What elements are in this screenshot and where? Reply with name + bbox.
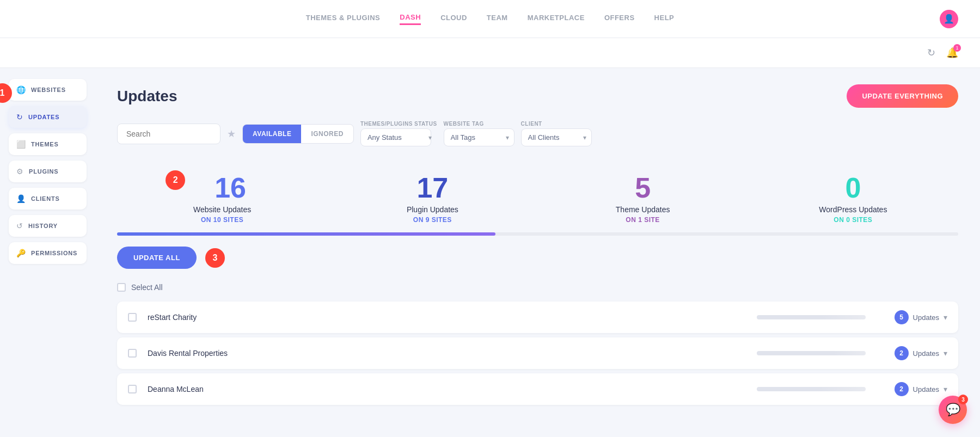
nav-link-help[interactable]: HELP (654, 14, 675, 24)
status-select[interactable]: Any Status Active Inactive (360, 128, 431, 146)
wordpress-updates-label: WordPress Updates (754, 205, 953, 214)
sub-toolbar: ↻ 🔔 1 (0, 38, 980, 68)
select-all-row: Select All (117, 278, 958, 297)
client-select[interactable]: All Clients (521, 128, 592, 146)
sidebar-label-themes: THEMES (31, 141, 59, 147)
site-row-1: Davis Rental Properties 2 Updates ▾ (117, 337, 958, 369)
sidebar-item-websites[interactable]: 🌐 WEBSITES (9, 79, 87, 101)
updates-badge-2: 2 (895, 382, 909, 396)
update-everything-button[interactable]: UPDATE EVERYTHING (847, 84, 958, 108)
stat-theme-updates: 5 Theme Updates ON 1 SITE (538, 163, 748, 232)
updates-label-2: Updates (913, 385, 939, 393)
chat-badge: 3 (958, 395, 968, 404)
tab-ignored[interactable]: IGNORED (301, 125, 353, 143)
main-content: Updates UPDATE EVERYTHING ★ AVAILABLE IG… (95, 68, 980, 437)
updates-label-0: Updates (913, 313, 939, 322)
plugin-updates-number: 17 (333, 174, 532, 202)
wordpress-updates-number: 0 (754, 174, 953, 202)
nav-link-marketplace[interactable]: MARKETPLACE (528, 14, 585, 24)
main-layout: 1 🌐 WEBSITES ↻ UPDATES ⬜ THEMES ⚙ PLUGIN… (0, 68, 980, 437)
plugins-icon: ⚙ (16, 167, 23, 176)
stat-plugin-updates: 17 Plugin Updates ON 9 SITES (327, 163, 537, 232)
notification-icon[interactable]: 🔔 1 (946, 47, 958, 59)
notification-badge: 1 (953, 44, 961, 52)
sidebar-label-websites: WEBSITES (31, 87, 66, 93)
website-updates-badge: 2 (166, 170, 185, 190)
site-name-1: Davis Rental Properties (148, 349, 746, 358)
sidebar-item-clients[interactable]: 👤 CLIENTS (9, 188, 87, 210)
select-all-label: Select All (131, 283, 163, 292)
top-nav: THEMES & PLUGINS DASH CLOUD TEAM MARKETP… (0, 0, 980, 38)
select-all-checkbox[interactable] (117, 283, 126, 292)
sidebar-item-themes[interactable]: ⬜ THEMES (9, 133, 87, 155)
progress-section (117, 232, 958, 236)
progress-bar-track (117, 232, 958, 236)
site-row-2: Deanna McLean 2 Updates ▾ (117, 373, 958, 405)
website-updates-label: Website Updates (122, 205, 322, 214)
tab-available[interactable]: AVAILABLE (243, 125, 301, 143)
search-input[interactable] (117, 124, 220, 144)
nav-link-dash[interactable]: DASH (400, 13, 421, 25)
status-filter-label: THEMES/PLUGINS STATUS (360, 121, 437, 127)
site-checkbox-2[interactable] (128, 385, 137, 393)
sidebar-label-plugins: PLUGINS (29, 168, 59, 175)
site-bar-2 (757, 387, 866, 391)
theme-updates-sub: ON 1 SITE (543, 216, 743, 224)
updates-label-1: Updates (913, 349, 939, 358)
avatar-icon: 👤 (944, 14, 954, 24)
tag-select[interactable]: All Tags (444, 128, 514, 146)
chevron-icon-1[interactable]: ▾ (944, 349, 947, 358)
status-filter-group: THEMES/PLUGINS STATUS Any Status Active … (360, 121, 437, 146)
content-header: Updates UPDATE EVERYTHING (117, 84, 958, 108)
site-name-0: reStart Charity (148, 313, 746, 322)
nav-link-team[interactable]: TEAM (487, 14, 508, 24)
sidebar-label-permissions: PERMISSIONS (31, 250, 77, 256)
nav-link-cloud[interactable]: CLOUD (440, 14, 467, 24)
plugin-updates-sub: ON 9 SITES (333, 216, 532, 224)
filters-row: ★ AVAILABLE IGNORED THEMES/PLUGINS STATU… (117, 121, 958, 146)
website-updates-number: 16 (122, 174, 322, 202)
page-title: Updates (117, 88, 177, 105)
site-row: reStart Charity 5 Updates ▾ (117, 301, 958, 333)
client-filter-group: CLIENT All Clients (521, 121, 592, 146)
nav-link-themes-plugins[interactable]: THEMES & PLUGINS (306, 14, 381, 24)
sidebar-item-updates[interactable]: ↻ UPDATES (9, 106, 87, 128)
nav-link-offers[interactable]: OFFERS (604, 14, 635, 24)
sidebar-item-history[interactable]: ↺ HISTORY (9, 215, 87, 237)
chevron-icon-2[interactable]: ▾ (944, 385, 947, 393)
plugin-updates-label: Plugin Updates (333, 205, 532, 214)
history-icon: ↺ (16, 221, 23, 230)
chevron-icon-0[interactable]: ▾ (944, 313, 947, 322)
site-updates-info-0: 5 Updates ▾ (877, 310, 947, 324)
client-filter-label: CLIENT (521, 121, 592, 127)
status-select-wrap: Any Status Active Inactive (360, 128, 437, 146)
site-checkbox-0[interactable] (128, 313, 137, 322)
site-updates-info-2: 2 Updates ▾ (877, 382, 947, 396)
wordpress-updates-sub: ON 0 SITES (754, 216, 953, 224)
sidebar-label-clients: CLIENTS (31, 195, 60, 202)
progress-bar-fill (117, 232, 495, 236)
clients-icon: 👤 (16, 194, 26, 203)
action-badge: 3 (205, 248, 225, 268)
sidebar-item-plugins[interactable]: ⚙ PLUGINS (9, 161, 87, 182)
stats-row: 2 16 Website Updates ON 10 SITES 17 Plug… (117, 163, 958, 232)
chat-icon: 💬 (946, 403, 960, 417)
themes-icon: ⬜ (16, 140, 26, 149)
sidebar-label-updates: UPDATES (28, 114, 59, 120)
sidebar-item-permissions[interactable]: 🔑 PERMISSIONS (9, 242, 87, 264)
nav-right: 👤 (940, 10, 958, 28)
star-icon[interactable]: ★ (227, 128, 236, 140)
tag-select-wrap: All Tags (444, 128, 514, 146)
stat-wordpress-updates: 0 WordPress Updates ON 0 SITES (748, 163, 958, 232)
nav-links: THEMES & PLUGINS DASH CLOUD TEAM MARKETP… (22, 13, 958, 25)
avatar[interactable]: 👤 (940, 10, 958, 28)
updates-badge-0: 5 (895, 310, 909, 324)
chat-bubble[interactable]: 💬 3 (939, 396, 967, 424)
refresh-icon[interactable]: ↻ (927, 47, 935, 59)
site-bar-0 (757, 315, 866, 319)
update-all-button[interactable]: UPDATE ALL (117, 247, 197, 269)
site-name-2: Deanna McLean (148, 385, 746, 393)
site-checkbox-1[interactable] (128, 349, 137, 358)
actions-row: UPDATE ALL 3 (117, 247, 958, 269)
client-select-wrap: All Clients (521, 128, 592, 146)
